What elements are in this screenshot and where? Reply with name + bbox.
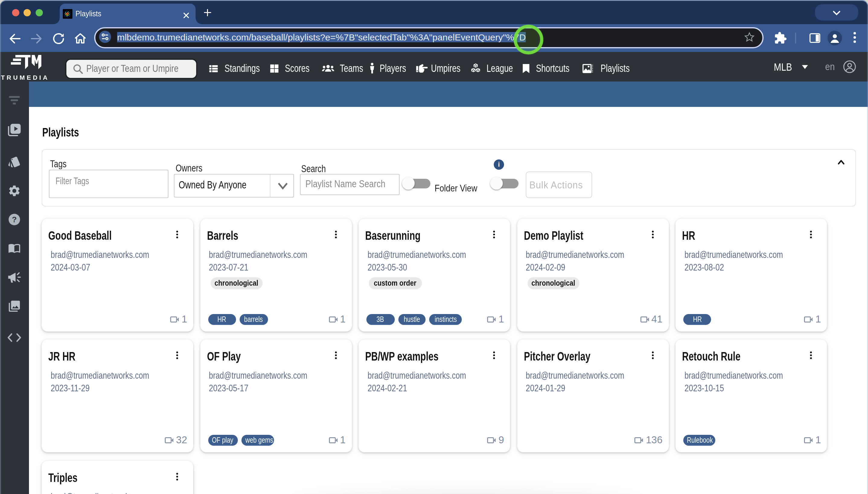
svg-text:?: ?: [12, 215, 17, 224]
